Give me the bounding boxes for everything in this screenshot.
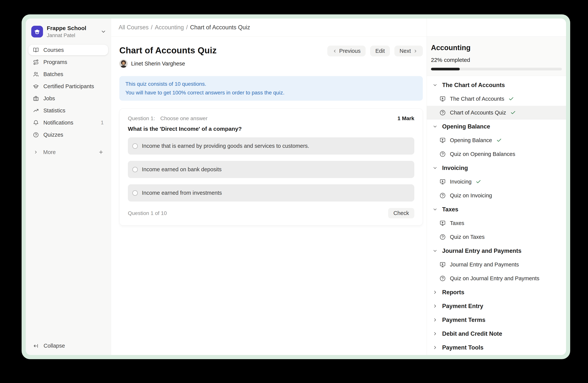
help-circle-icon: [440, 234, 446, 240]
breadcrumb-accounting[interactable]: Accounting: [155, 24, 184, 31]
help-circle-icon: [440, 192, 446, 199]
chevron-right-icon: [432, 317, 438, 323]
outline-section-payment-terms[interactable]: Payment Terms: [427, 313, 566, 327]
collapse-sidebar-button[interactable]: Collapse: [33, 343, 106, 349]
plus-icon[interactable]: [98, 150, 104, 155]
check-label: Check: [394, 210, 409, 216]
answer-option-2[interactable]: Income earned on bank deposits: [128, 161, 414, 178]
sidebar-item-programs[interactable]: Programs: [28, 56, 108, 68]
bell-icon: [33, 120, 39, 126]
outline-lesson-invoicing[interactable]: Invoicing: [427, 175, 566, 189]
outline-section-journal-entry-and-payments[interactable]: Journal Entry and Payments: [427, 244, 566, 258]
option-label: Income earned on bank deposits: [142, 166, 222, 172]
workspace-switcher[interactable]: Frappe School Jannat Patel: [26, 19, 111, 43]
sidebar-item-batches[interactable]: Batches: [28, 68, 108, 80]
user-name: Jannat Patel: [47, 32, 86, 39]
lesson-title: Quiz on Opening Balances: [450, 151, 515, 157]
sidebar-item-quizzes[interactable]: Quizzes: [28, 129, 108, 141]
sidebar-item-jobs[interactable]: Jobs: [28, 92, 108, 104]
question-progress: Question 1 of 10: [128, 210, 167, 216]
outline-section-reports[interactable]: Reports: [427, 285, 566, 299]
chevron-down-icon: [432, 207, 438, 212]
sidebar-nav: Courses Programs Batches Certified Parti…: [26, 43, 111, 158]
outline-section-invoicing[interactable]: Invoicing: [427, 161, 566, 175]
outline-section-payment-entry[interactable]: Payment Entry: [427, 299, 566, 313]
sidebar-item-label: Batches: [43, 71, 63, 77]
chevron-right-icon: [432, 304, 438, 309]
radio-button[interactable]: [132, 167, 138, 172]
answer-option-3[interactable]: Income earned from investments: [128, 184, 414, 202]
check-icon: [496, 137, 502, 143]
breadcrumb-current: Chart of Accounts Quiz: [190, 24, 250, 31]
option-label: Income earned from investments: [142, 190, 222, 196]
users-icon: [33, 71, 39, 77]
outline-lesson-quiz-on-journal-entry-and-payments[interactable]: Quiz on Journal Entry and Payments: [427, 271, 566, 285]
lesson-title: Opening Balance: [450, 137, 492, 143]
chevron-down-icon: [432, 82, 438, 88]
breadcrumb-all-courses[interactable]: All Courses: [119, 24, 149, 31]
answer-option-1[interactable]: Income that is earned by providing goods…: [128, 137, 414, 154]
briefcase-icon: [33, 96, 39, 101]
progress-fill: [431, 68, 460, 70]
sidebar-item-more[interactable]: More: [28, 146, 108, 158]
route-icon: [33, 59, 39, 65]
monitor-play-icon: [440, 262, 446, 268]
sidebar-item-notifications[interactable]: Notifications 1: [28, 116, 108, 129]
sidebar-item-certified-participants[interactable]: Certified Participants: [28, 80, 108, 92]
outline-lesson-quiz-on-opening-balances[interactable]: Quiz on Opening Balances: [427, 147, 566, 161]
main-content-column: All Courses / Accounting / Chart of Acco…: [111, 19, 427, 355]
check-button[interactable]: Check: [388, 208, 414, 218]
sidebar-item-label: Certified Participants: [43, 83, 94, 90]
radio-button[interactable]: [132, 190, 138, 196]
outline-section-taxes[interactable]: Taxes: [427, 202, 566, 216]
trending-up-icon: [33, 108, 39, 114]
check-icon: [476, 179, 481, 185]
instructor-avatar: [119, 59, 128, 68]
banner-line: You will have to get 100% correct answer…: [126, 88, 417, 97]
outline-section-opening-balance[interactable]: Opening Balance: [427, 120, 566, 134]
section-title: Reports: [442, 289, 464, 296]
breadcrumb-bar: All Courses / Accounting / Chart of Acco…: [111, 19, 427, 37]
section-title: Payment Terms: [442, 317, 485, 323]
outline-lesson-quiz-on-invoicing[interactable]: Quiz on Invoicing: [427, 189, 566, 202]
avatar-photo: [119, 59, 128, 68]
outline-section-debit-and-credit-note[interactable]: Debit and Credit Note: [427, 327, 566, 341]
outline-lesson-quiz-on-taxes[interactable]: Quiz on Taxes: [427, 230, 566, 244]
collapse-arrow-icon: [33, 343, 39, 349]
sidebar-item-statistics[interactable]: Statistics: [28, 104, 108, 116]
lesson-title: Invoicing: [450, 179, 471, 185]
sidebar-item-courses[interactable]: Courses: [28, 45, 108, 55]
sidebar-item-label: Statistics: [43, 108, 65, 114]
outline-section-chart-of-accounts[interactable]: The Chart of Accounts: [427, 78, 566, 92]
outline-lesson-journal-entry-and-payments[interactable]: Journal Entry and Payments: [427, 258, 566, 271]
graduation-cap-logo-icon: [33, 28, 41, 36]
outline-lesson-opening-balance[interactable]: Opening Balance: [427, 134, 566, 147]
outline-section-payment-tools[interactable]: Payment Tools: [427, 341, 566, 354]
workspace-meta: Frappe School Jannat Patel: [47, 25, 86, 38]
monitor-play-icon: [440, 96, 446, 102]
chevron-right-icon: [413, 49, 418, 53]
section-title: Taxes: [442, 206, 459, 213]
graduation-cap-icon: [33, 83, 39, 89]
instructor-row: Linet Sherin Varghese: [119, 59, 217, 68]
previous-button[interactable]: Previous: [327, 46, 366, 57]
lesson-title: The Chart of Accounts: [450, 96, 504, 102]
previous-label: Previous: [339, 48, 361, 54]
outline-lesson-taxes[interactable]: Taxes: [427, 216, 566, 230]
breadcrumb-separator: /: [151, 24, 153, 31]
app-frame: Frappe School Jannat Patel Courses Progr…: [26, 19, 566, 355]
course-outline-panel: Accounting 22% completed The Chart of Ac…: [427, 19, 566, 355]
check-icon: [510, 110, 516, 115]
sidebar-item-label: Quizzes: [43, 132, 63, 138]
chevron-down-icon[interactable]: [101, 29, 106, 35]
lesson-title: Chart of Accounts Quiz: [450, 110, 506, 116]
instructor-name: Linet Sherin Varghese: [131, 60, 185, 67]
edit-button[interactable]: Edit: [370, 46, 390, 57]
outline-lesson-the-chart-of-accounts[interactable]: The Chart of Accounts: [427, 92, 566, 106]
outline-lesson-chart-of-accounts-quiz[interactable]: Chart of Accounts Quiz: [427, 106, 566, 120]
course-title: Accounting: [431, 44, 562, 52]
next-button[interactable]: Next: [394, 46, 423, 57]
section-title: Invoicing: [442, 165, 468, 172]
sidebar-item-label: Courses: [43, 47, 64, 53]
radio-button[interactable]: [132, 143, 138, 149]
